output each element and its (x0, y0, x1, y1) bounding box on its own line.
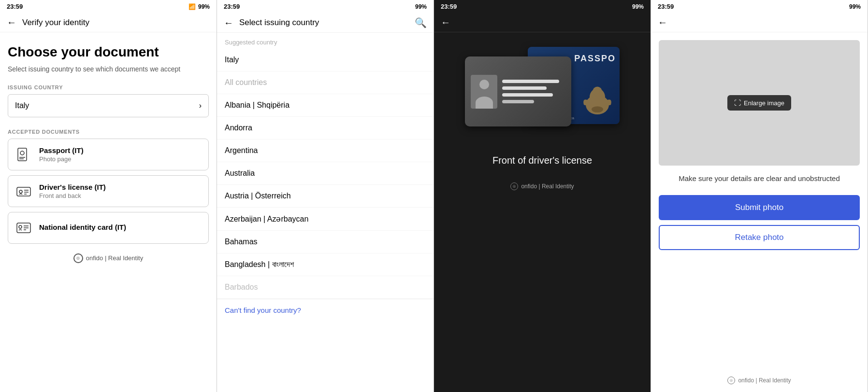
passport-sub: Photo page (39, 155, 202, 163)
main-subtitle: Select issuing country to see which docu… (8, 65, 209, 73)
svg-point-10 (19, 225, 22, 228)
license-sub: Front and back (39, 192, 202, 199)
screen-submit-photo: 23:59 99% ← ⛶ Enlarge image Make sure yo… (651, 0, 868, 392)
status-icons-2: 99% (415, 3, 427, 10)
screen-choose-document: 23:59 📶 99% ← Verify your identity Choos… (0, 0, 217, 392)
status-bar-2: 23:59 99% (217, 0, 434, 12)
header-3: ← (434, 12, 651, 32)
search-icon-btn[interactable]: 🔍 (415, 17, 427, 28)
country-item-4[interactable]: Austria | Österreich (217, 185, 434, 208)
status-icons-1: 📶 99% (188, 3, 210, 10)
battery-4: 99% (849, 3, 861, 10)
enlarge-icon: ⛶ (734, 99, 741, 107)
country-selector[interactable]: Italy › (8, 94, 209, 117)
status-bar-1: 23:59 📶 99% (0, 0, 217, 12)
svg-point-16 (593, 86, 602, 96)
id-card-visual: PASSPO United States of America (465, 47, 620, 143)
doc-card-passport[interactable]: Passport (IT) Photo page (8, 139, 209, 170)
country-item-5[interactable]: Azerbaijan | Azərbaycan (217, 208, 434, 231)
suggested-country-item[interactable]: Italy (217, 49, 434, 71)
onfido-text-1: onfido | Real Identity (86, 254, 143, 262)
screen-select-country: 23:59 99% ← Select issuing country 🔍 Sug… (217, 0, 434, 392)
card-label: Front of driver's license (492, 155, 592, 166)
doc-card-nationalid[interactable]: National identity card (IT) (8, 212, 209, 244)
retake-photo-button[interactable]: Retake photo (659, 225, 860, 250)
country-item-7[interactable]: Bangladesh | বাংলাদেশ (217, 253, 434, 276)
country-item-8[interactable]: Barbados (217, 276, 434, 299)
passport-text: PASSPO (574, 54, 616, 64)
main-title: Choose your document (8, 44, 209, 60)
selected-country: Italy (15, 101, 29, 110)
issuing-country-label: ISSUING COUNTRY (8, 84, 209, 90)
submit-photo-button[interactable]: Submit photo (659, 195, 860, 220)
onfido-icon-1: ◎ (73, 253, 83, 263)
time-4: 23:59 (658, 3, 674, 10)
person-body (476, 97, 493, 109)
country-item-2[interactable]: Argentina (217, 140, 434, 162)
status-bar-4: 23:59 99% (651, 0, 868, 12)
svg-point-17 (592, 106, 603, 112)
country-item-3[interactable]: Australia (217, 162, 434, 185)
license-text-lines (502, 80, 565, 103)
license-line-4 (502, 100, 534, 103)
back-button-3[interactable]: ← (441, 17, 450, 28)
person-head (479, 80, 489, 89)
country-list: Suggested country Italy All countries Al… (217, 33, 434, 392)
cant-find-country[interactable]: Can't find your country? (217, 299, 434, 321)
country-item-6[interactable]: Bahamas (217, 231, 434, 253)
accepted-docs-label: ACCEPTED DOCUMENTS (8, 129, 209, 135)
license-line-2 (502, 86, 547, 90)
onfido-logo-3: ◎ onfido | Real Identity (510, 176, 574, 194)
onfido-logo-4: ◎ onfido | Real Identity (659, 377, 860, 384)
header-title-2: Select issuing country (239, 18, 415, 28)
onfido-logo-1: ◎ onfido | Real Identity (8, 249, 209, 266)
doc-card-license[interactable]: Driver's license (IT) Front and back (8, 175, 209, 207)
battery-2: 99% (415, 3, 427, 10)
svg-point-5 (19, 190, 22, 193)
passport-info: Passport (IT) Photo page (39, 146, 202, 163)
photo-preview: ⛶ Enlarge image (659, 40, 860, 166)
header-title-1: Verify your identity (22, 18, 210, 28)
battery-3: 99% (632, 3, 644, 10)
screen4-content: ⛶ Enlarge image Make sure your details a… (651, 32, 868, 392)
screen1-content: Choose your document Select issuing coun… (0, 32, 217, 392)
license-line-1 (502, 80, 559, 83)
nationalid-icon (15, 219, 32, 237)
chevron-right-icon: › (199, 101, 202, 110)
nationalid-info: National identity card (IT) (39, 223, 202, 232)
screen-drivers-license: 23:59 99% ← PASSPO United States of (434, 0, 651, 392)
bluetooth-icon: 📶 (188, 3, 196, 10)
onfido-icon-4: ◎ (727, 377, 735, 384)
person-photo (471, 75, 497, 109)
svg-point-1 (20, 151, 24, 155)
license-icon (15, 182, 32, 200)
photo-instruction: Make sure your details are clear and uno… (659, 173, 860, 183)
country-item-0[interactable]: Albania | Shqipëria (217, 94, 434, 117)
all-countries-item: All countries (217, 71, 434, 94)
status-icons-4: 99% (849, 3, 861, 10)
header-4: ← (651, 12, 868, 32)
status-bar-3: 23:59 99% (434, 0, 651, 12)
header-1: ← Verify your identity (0, 12, 217, 32)
time-2: 23:59 (224, 3, 240, 10)
onfido-text-3: onfido | Real Identity (521, 183, 574, 190)
back-button-1[interactable]: ← (7, 17, 16, 28)
country-item-1[interactable]: Andorra (217, 117, 434, 140)
header-2: ← Select issuing country 🔍 (217, 12, 434, 33)
eagle-emblem (578, 82, 617, 120)
onfido-text-4: onfido | Real Identity (738, 377, 791, 384)
svg-rect-4 (17, 187, 30, 196)
screen3-content: PASSPO United States of America (434, 32, 651, 392)
time-1: 23:59 (7, 3, 23, 10)
enlarge-label: Enlarge image (744, 99, 784, 107)
back-button-2[interactable]: ← (224, 17, 233, 28)
time-3: 23:59 (441, 3, 457, 10)
passport-icon (15, 146, 32, 163)
nationalid-name: National identity card (IT) (39, 223, 202, 231)
status-icons-3: 99% (632, 3, 644, 10)
back-button-4[interactable]: ← (658, 17, 667, 28)
license-name: Driver's license (IT) (39, 183, 202, 191)
enlarge-button[interactable]: ⛶ Enlarge image (727, 95, 791, 111)
license-info: Driver's license (IT) Front and back (39, 183, 202, 199)
license-line-3 (502, 93, 553, 97)
